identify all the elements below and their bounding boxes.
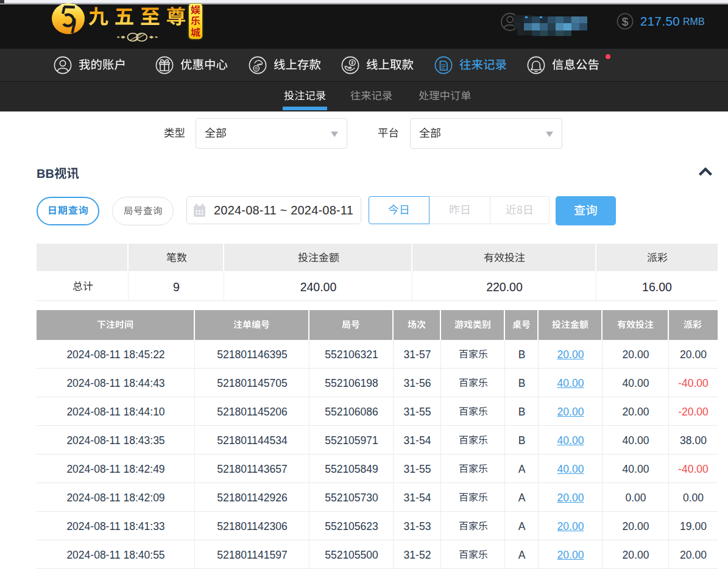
svg-text:$: $ <box>622 15 629 28</box>
